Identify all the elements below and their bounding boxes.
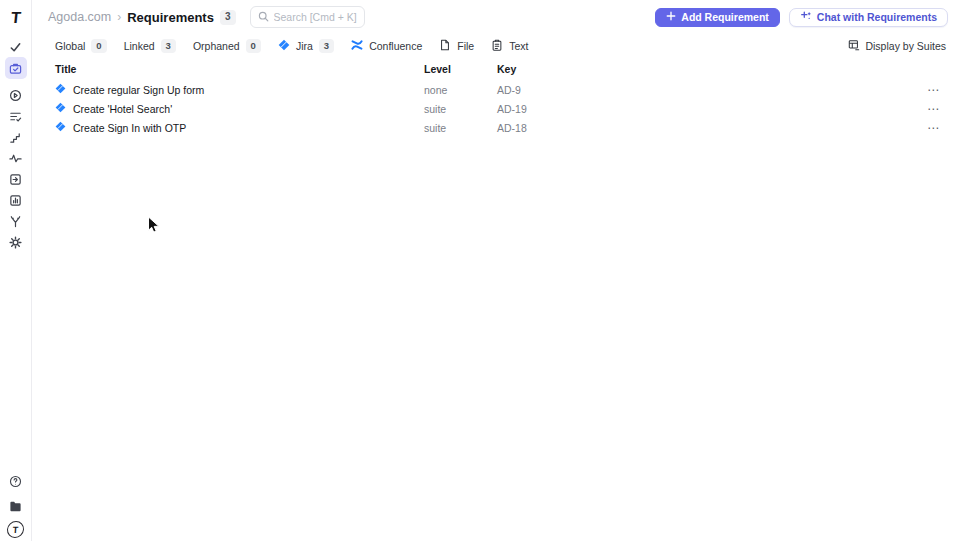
filter-tab-jira-label: Jira — [296, 40, 313, 52]
jira-icon — [278, 39, 290, 53]
column-header-title[interactable]: Title — [55, 63, 424, 75]
top-bar: Agoda.com › Requirements 3 Add Requireme… — [32, 0, 960, 34]
requirement-level: suite — [424, 103, 497, 115]
sidebar-item-settings[interactable] — [5, 231, 27, 253]
help-icon — [9, 475, 22, 488]
add-requirement-button[interactable]: Add Requirement — [655, 8, 780, 27]
import-icon — [9, 173, 22, 186]
add-requirement-label: Add Requirement — [681, 11, 769, 23]
confluence-icon — [351, 39, 363, 53]
activity-icon — [9, 152, 22, 165]
ai-sparkle-icon — [800, 10, 812, 24]
page-title: Requirements — [127, 10, 214, 25]
filter-tab-orphaned-count: 0 — [246, 39, 261, 52]
jira-icon — [55, 83, 66, 96]
requirement-title[interactable]: Create regular Sign Up form — [73, 84, 204, 96]
filter-tab-global-label: Global — [55, 40, 85, 52]
row-menu-button[interactable]: ⋯ — [910, 123, 940, 133]
sidebar-item-requirements[interactable] — [5, 57, 27, 79]
check-icon — [9, 41, 22, 54]
checklist-icon — [9, 110, 22, 123]
sidebar-item-import[interactable] — [5, 168, 27, 190]
display-by-suites-toggle[interactable]: Display by Suites — [848, 39, 946, 53]
breadcrumb-separator: › — [117, 10, 121, 24]
sidebar-item-tests[interactable] — [5, 36, 27, 58]
requirements-icon — [9, 62, 22, 75]
requirement-key: AD-9 — [497, 84, 910, 96]
sidebar-item-runs[interactable] — [5, 84, 27, 106]
chat-with-requirements-button[interactable]: Chat with Requirements — [789, 8, 948, 27]
filter-tab-file[interactable]: File — [439, 39, 474, 53]
sidebar-item-help[interactable] — [5, 470, 27, 492]
folder-icon — [9, 500, 22, 513]
settings-gear-icon — [9, 236, 22, 249]
sidebar-item-activity[interactable] — [5, 147, 27, 169]
sidebar-footer: T — [5, 470, 27, 538]
column-header-key[interactable]: Key — [497, 63, 910, 75]
filter-bar: Global 0 Linked 3 Orphaned 0 Jira 3 Conf… — [32, 34, 960, 58]
requirement-level: suite — [424, 122, 497, 134]
filter-tab-orphaned[interactable]: Orphaned 0 — [193, 39, 261, 52]
row-menu-button[interactable]: ⋯ — [910, 104, 940, 114]
breadcrumb: Agoda.com › Requirements 3 — [48, 10, 236, 25]
requirement-title[interactable]: Create 'Hotel Search' — [73, 103, 172, 115]
filter-tab-linked-count: 3 — [161, 39, 176, 52]
sidebar-item-plans[interactable] — [5, 105, 27, 127]
table-row[interactable]: Create Sign In with OTP suite AD-18 ⋯ — [32, 118, 960, 137]
branch-icon — [9, 215, 22, 228]
global-search[interactable] — [250, 6, 365, 28]
requirement-title[interactable]: Create Sign In with OTP — [73, 122, 186, 134]
plus-icon — [666, 11, 676, 23]
filter-tab-jira[interactable]: Jira 3 — [278, 39, 334, 53]
column-header-level[interactable]: Level — [424, 63, 497, 75]
chat-with-requirements-label: Chat with Requirements — [817, 11, 937, 23]
filter-tab-global[interactable]: Global 0 — [55, 39, 107, 52]
main-content: Agoda.com › Requirements 3 Add Requireme… — [32, 0, 960, 541]
table-row[interactable]: Create 'Hotel Search' suite AD-19 ⋯ — [32, 99, 960, 118]
filter-tab-global-count: 0 — [91, 39, 106, 52]
filter-tab-jira-count: 3 — [319, 39, 334, 52]
breadcrumb-project[interactable]: Agoda.com — [48, 10, 111, 24]
sidebar-item-integrations[interactable] — [5, 210, 27, 232]
clipboard-icon — [491, 39, 503, 53]
reports-icon — [9, 194, 22, 207]
sidebar-nav — [5, 36, 27, 253]
filter-tab-confluence[interactable]: Confluence — [351, 39, 422, 53]
jira-icon — [55, 102, 66, 115]
requirements-table: Title Level Key Create regular Sign Up f… — [32, 60, 960, 137]
display-by-suites-label: Display by Suites — [865, 40, 946, 52]
requirement-level: none — [424, 84, 497, 96]
requirements-count-badge: 3 — [220, 10, 236, 25]
display-layout-icon — [848, 39, 860, 53]
requirement-key: AD-18 — [497, 122, 910, 134]
filter-tab-linked-label: Linked — [124, 40, 155, 52]
jira-icon — [55, 121, 66, 134]
steps-icon — [9, 131, 22, 144]
requirement-key: AD-19 — [497, 103, 910, 115]
table-row[interactable]: Create regular Sign Up form none AD-9 ⋯ — [32, 80, 960, 99]
play-circle-icon — [9, 89, 22, 102]
sidebar-item-reports[interactable] — [5, 189, 27, 211]
user-avatar[interactable]: T — [6, 521, 24, 538]
left-sidebar: T — [0, 0, 32, 541]
filter-tab-linked[interactable]: Linked 3 — [124, 39, 176, 52]
filter-tab-file-label: File — [457, 40, 474, 52]
search-icon — [258, 8, 269, 26]
filter-tab-confluence-label: Confluence — [369, 40, 422, 52]
file-icon — [439, 39, 451, 53]
table-header: Title Level Key — [32, 60, 960, 78]
search-input[interactable] — [274, 11, 357, 23]
sidebar-item-projects[interactable] — [5, 495, 27, 517]
top-actions: Add Requirement Chat with Requirements — [655, 8, 948, 27]
sidebar-item-steps[interactable] — [5, 126, 27, 148]
app-logo[interactable]: T — [10, 8, 22, 28]
filter-tab-text-label: Text — [509, 40, 528, 52]
row-menu-button[interactable]: ⋯ — [910, 85, 940, 95]
filter-tab-text[interactable]: Text — [491, 39, 528, 53]
filter-tab-orphaned-label: Orphaned — [193, 40, 240, 52]
